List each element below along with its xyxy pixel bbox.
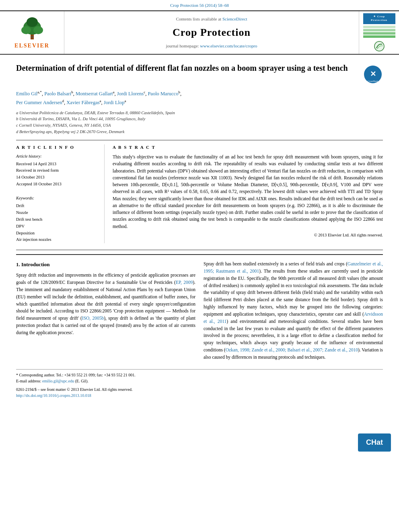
svg-text:CrossMark: CrossMark xyxy=(368,80,378,82)
article-info-col: A R T I C L E I N F O Article history: R… xyxy=(16,144,105,243)
revised-date: 14 October 2013 xyxy=(16,175,98,181)
affiliation-c: c Cornell University, NYSAES, Geneva, NY… xyxy=(16,122,383,129)
copyright-line: © 2013 Elsevier Ltd. All rights reserved… xyxy=(113,232,383,238)
svg-point-5 xyxy=(31,36,33,38)
abstract-header: A B S T R A C T xyxy=(113,144,383,150)
affiliation-b: b Università di Torino, DISAFA, Via L. D… xyxy=(16,116,383,122)
received-date: Received 14 April 2013 xyxy=(16,161,98,167)
author-llop-link[interactable]: Jordi Llop xyxy=(104,100,125,105)
intro-title: 1. Introduction xyxy=(16,261,195,269)
main-content: Determination of drift potential of diff… xyxy=(0,55,399,406)
homepage-link[interactable]: www.elsevier.com/locate/cropro xyxy=(200,43,257,48)
keyword-nozzle: Nozzle xyxy=(16,210,98,216)
crop-logo-box: ✦ Crop Protection xyxy=(363,13,395,25)
svg-point-3 xyxy=(33,26,43,34)
footer-notes: * Corresponding author. Tel.: +34 93 552… xyxy=(16,369,383,398)
author-fabregas-link[interactable]: Xavier Fàbregas xyxy=(66,100,99,105)
section-divider-bottom xyxy=(16,250,383,250)
crop-icon xyxy=(373,40,385,52)
elsevier-label: ELSEVIER xyxy=(14,42,49,50)
doi-link[interactable]: http://dx.doi.org/10.1016/j.cropro.2013.… xyxy=(16,392,383,398)
homepage-line: journal homepage: www.elsevier.com/locat… xyxy=(166,43,257,49)
crop-stripes xyxy=(363,26,395,39)
issn-note: 0261-2194/$ – see front matter © 2013 El… xyxy=(16,386,383,392)
corresponding-note: * Corresponding author. Tel.: +34 93 552… xyxy=(16,372,383,378)
intro-two-col: 1. Introduction Spray drift reduction an… xyxy=(16,261,383,364)
arvidsson-link[interactable]: Arvidsson et al., 2011 xyxy=(204,312,383,324)
author-llorens-link[interactable]: Jordi Llorens xyxy=(117,91,144,97)
author-emilio-link[interactable]: Emilio Gil xyxy=(16,91,37,97)
keywords-label: Keywords: xyxy=(16,195,98,201)
ep2009-link[interactable]: EP, 2009 xyxy=(176,280,193,285)
article-history-label: Article history: xyxy=(16,154,98,160)
email-link[interactable]: emilio.gil@upc.edu xyxy=(42,379,74,383)
article-info-abstract: A R T I C L E I N F O Article history: R… xyxy=(16,144,383,243)
received-revised-label: Received in revised form xyxy=(16,168,98,174)
article-title-section: Determination of drift potential of diff… xyxy=(16,63,383,84)
author-andersen-link[interactable]: Per Gummer Andersen xyxy=(16,100,62,105)
contents-line: Contents lists available at ScienceDirec… xyxy=(176,16,247,22)
article-title: Determination of drift potential of diff… xyxy=(16,63,348,73)
journal-title: Crop Protection xyxy=(173,25,251,40)
accepted-date: Accepted 18 October 2013 xyxy=(16,181,98,187)
crop-logo-col: ✦ Crop Protection xyxy=(359,11,399,54)
journal-banner: ELSEVIER Contents lists available at Sci… xyxy=(0,10,399,55)
chat-button[interactable]: CHat xyxy=(358,433,391,452)
keyword-bench: Drift test bench xyxy=(16,216,98,223)
authors: Emilio Gila,*, Paolo Balsarib, Montserra… xyxy=(16,89,383,106)
iso2005b-link[interactable]: ISO, 2005b xyxy=(82,316,104,320)
journal-center: Contents lists available at ScienceDirec… xyxy=(64,11,359,54)
intro-col-left: 1. Introduction Spray drift reduction an… xyxy=(16,261,195,364)
intro-col-right: Spray drift has been studied extensively… xyxy=(204,261,383,364)
intro-section: 1. Introduction Spray drift reduction an… xyxy=(16,254,383,398)
svg-point-2 xyxy=(21,26,31,34)
crossmark-icon[interactable]: ✕ CrossMark xyxy=(363,64,383,84)
keyword-deposition: Deposition xyxy=(16,230,98,237)
section-divider-top xyxy=(16,140,383,140)
keywords-list: Drift Nozzle Drift test bench DPV Deposi… xyxy=(16,203,98,243)
svg-point-4 xyxy=(27,17,38,27)
elsevier-tree-icon xyxy=(16,16,48,40)
svg-text:✕: ✕ xyxy=(370,70,376,78)
intro-text-right: Spray drift has been studied extensively… xyxy=(204,261,383,361)
article-info-header: A R T I C L E I N F O xyxy=(16,144,98,150)
affiliation-a: a Universitat Politècnica de Catalunya, … xyxy=(16,110,383,116)
journal-reference: Crop Protection 56 (2014) 58–68 xyxy=(0,2,399,10)
ozkan-link[interactable]: Ozkan, 1998; Zande et al., 2000; Balsari… xyxy=(226,347,358,352)
abstract-col: A B S T R A C T This study's objective w… xyxy=(113,144,383,243)
author-marucco-link[interactable]: Paolo Marucco xyxy=(148,91,178,97)
sciencedirect-link[interactable]: ScienceDirect xyxy=(222,16,247,21)
keyword-drift: Drift xyxy=(16,203,98,210)
elsevier-logo-col: ELSEVIER xyxy=(0,11,64,54)
ganzelmeier-link[interactable]: Ganzelmeier et al., 1995; Rautmann et al… xyxy=(204,261,383,273)
affiliations: a Universitat Politècnica de Catalunya, … xyxy=(16,110,383,135)
author-balsari-link[interactable]: Paolo Balsari xyxy=(44,91,71,97)
top-header: Crop Protection 56 (2014) 58–68 xyxy=(0,0,399,10)
affiliation-d: d BetterSpraying aps, Rypelyng vej 2 DK-… xyxy=(16,129,383,135)
email-note: E-mail address: emilio.gil@upc.edu (E. G… xyxy=(16,378,383,384)
intro-text-left: Spray drift reduction and improvements i… xyxy=(16,272,195,336)
keyword-dpv: DPV xyxy=(16,223,98,230)
abstract-text: This study's objective was to evaluate t… xyxy=(113,154,383,230)
keyword-air: Air injection nozzles xyxy=(16,236,98,243)
author-gallart-link[interactable]: Montserrat Gallart xyxy=(76,91,113,97)
